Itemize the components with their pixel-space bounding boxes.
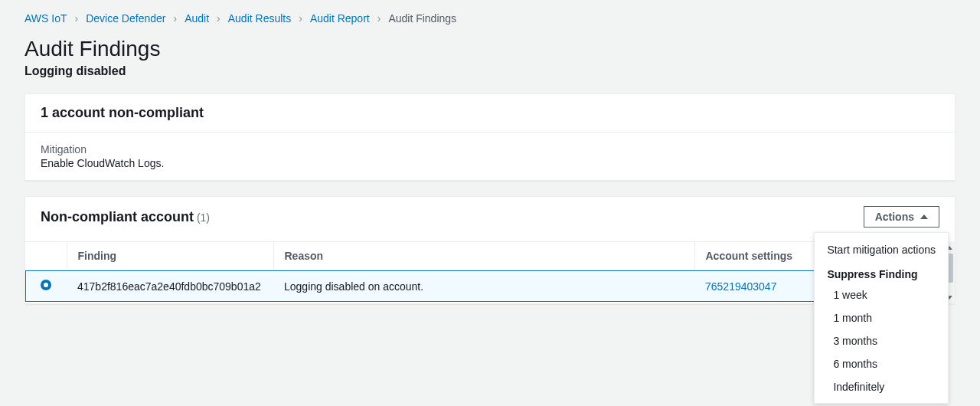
page-title: Audit Findings (24, 37, 956, 61)
dropdown-suppress-header: Suppress Finding (815, 262, 948, 283)
dropdown-suppress-indefinitely[interactable]: Indefinitely (815, 375, 948, 398)
dropdown-suppress-1month[interactable]: 1 month (815, 306, 948, 329)
mitigation-text: Enable CloudWatch Logs. (41, 157, 939, 169)
caret-up-icon (920, 214, 928, 219)
dropdown-start-mitigation[interactable]: Start mitigation actions (815, 237, 948, 262)
actions-dropdown: Start mitigation actions Suppress Findin… (814, 232, 949, 404)
breadcrumb-link-audit-report[interactable]: Audit Report (310, 12, 370, 25)
list-title: Non-compliant account (41, 209, 194, 224)
chevron-right-icon: › (173, 12, 177, 25)
column-header-select (25, 242, 67, 270)
cell-account-link[interactable]: 765219403047 (705, 280, 776, 293)
cell-finding-id: 417b2f816eac7a2e40fdb0bc709b01a2 (67, 270, 273, 303)
column-header-reason[interactable]: Reason (273, 242, 694, 270)
dropdown-suppress-3months[interactable]: 3 months (815, 329, 948, 352)
dropdown-suppress-6months[interactable]: 6 months (815, 352, 948, 375)
page-subtitle: Logging disabled (24, 64, 956, 78)
actions-button[interactable]: Actions (864, 206, 939, 228)
cell-reason: Logging disabled on account. (273, 270, 694, 303)
chevron-right-icon: › (377, 12, 381, 25)
row-radio-selected[interactable] (41, 280, 51, 290)
chevron-right-icon: › (217, 12, 220, 25)
actions-button-label: Actions (875, 211, 914, 223)
column-header-finding[interactable]: Finding (67, 242, 273, 270)
breadcrumb-link-aws-iot[interactable]: AWS IoT (24, 12, 67, 25)
summary-panel-header: 1 account non-compliant (25, 94, 955, 133)
noncompliant-list-panel: Non-compliant account (1) Actions Start … (24, 196, 956, 304)
chevron-right-icon: › (75, 12, 79, 25)
chevron-right-icon: › (299, 12, 302, 25)
breadcrumb-link-device-defender[interactable]: Device Defender (86, 12, 165, 25)
list-count: (1) (197, 211, 210, 224)
breadcrumb-link-audit-results[interactable]: Audit Results (228, 12, 291, 25)
breadcrumb-link-audit[interactable]: Audit (185, 12, 209, 25)
dropdown-suppress-1week[interactable]: 1 week (815, 283, 948, 306)
summary-panel: 1 account non-compliant Mitigation Enabl… (24, 93, 956, 181)
breadcrumb-current: Audit Findings (388, 12, 456, 25)
breadcrumb: AWS IoT › Device Defender › Audit › Audi… (24, 12, 956, 25)
mitigation-label: Mitigation (41, 143, 939, 156)
